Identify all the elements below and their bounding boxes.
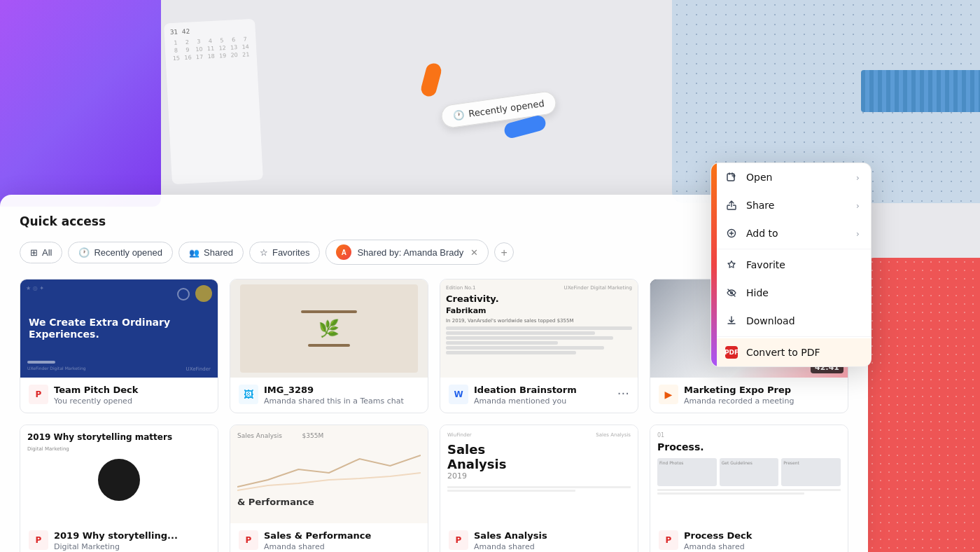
bg-blue-stripes-decoration <box>861 70 980 112</box>
filter-all[interactable]: All <box>20 242 62 263</box>
card-text-process: Process Deck Amanda shared <box>684 530 839 551</box>
card-text-marketing: Marketing Expo Prep Amanda recorded a me… <box>684 385 839 406</box>
amanda-avatar: A <box>336 244 351 260</box>
ctx-convert-pdf[interactable]: PDF Convert to PDF <box>711 338 871 366</box>
card-img-3289[interactable]: 🌿 🖼 IMG_3289 Amanda shared this in a Tea… <box>230 279 428 413</box>
open-icon <box>725 171 738 184</box>
card-sales-analysis[interactable]: WiuFinderSales Analysis Sales Analysis 2… <box>440 425 638 552</box>
process-thumb-title: Process. <box>657 441 841 453</box>
card-storytelling[interactable]: 2019 Why storytelling matters Digital Ma… <box>20 425 218 552</box>
bg-purple-decoration <box>0 0 161 207</box>
add-filter-button[interactable] <box>494 242 514 262</box>
card-info-performance: P Sales & Performance Amanda shared <box>230 523 428 552</box>
card-desc-marketing: Amanda recorded a meeting <box>684 396 839 406</box>
card-desc-sales: Amanda shared <box>474 542 629 551</box>
ideation-more-button[interactable]: ··· <box>617 386 629 401</box>
cards-grid-row2: 2019 Why storytelling matters Digital Ma… <box>20 425 848 552</box>
card-desc-img3289: Amanda shared this in a Teams chat <box>264 396 419 406</box>
card-performance[interactable]: Sales Analysis $355M & Performance P Sal <box>230 425 428 552</box>
ctx-favorite-label: Favorite <box>746 259 785 270</box>
card-text-sales: Sales Analysis Amanda shared <box>474 530 629 551</box>
sales-analysis-thumb-year: 2019 <box>447 471 631 481</box>
card-ideation-brainstorm[interactable]: Edition No.1UXeFinder Digital Marketing … <box>440 279 638 413</box>
pitch-thumb-accent <box>195 285 212 302</box>
card-name-team-pitch: Team Pitch Deck <box>54 385 209 395</box>
ctx-favorite[interactable]: Favorite <box>711 251 871 279</box>
download-icon <box>725 315 738 327</box>
card-thumb-storytelling: 2019 Why storytelling matters Digital Ma… <box>20 425 218 523</box>
card-name-img3289: IMG_3289 <box>264 385 419 395</box>
context-menu-gradient <box>711 163 717 366</box>
filter-favorites[interactable]: Favorites <box>249 242 320 263</box>
card-info-storytelling: P 2019 Why storytelling... Digital Marke… <box>20 523 218 552</box>
pdf-icon: PDF <box>725 346 738 359</box>
card-name-process: Process Deck <box>684 530 839 541</box>
card-text-ideation: Ideation Brainstorm Amanda mentioned you <box>474 385 612 406</box>
ctx-convert-pdf-label: Convert to PDF <box>746 347 820 358</box>
filter-recently-label: Recently opened <box>94 247 162 258</box>
sales-analysis-thumb-title2: Analysis <box>447 457 631 471</box>
card-desc-process: Amanda shared <box>684 542 839 551</box>
share-icon <box>725 199 738 212</box>
ctx-download-label: Download <box>746 315 795 326</box>
sales-analysis-thumb-title: Sales <box>447 442 631 457</box>
ctx-open[interactable]: Open › <box>711 163 871 191</box>
card-name-sales: Sales Analysis <box>474 530 629 541</box>
card-info-marketing: ▶ Marketing Expo Prep Amanda recorded a … <box>650 378 848 413</box>
card-text-img3289: IMG_3289 Amanda shared this in a Teams c… <box>264 385 419 406</box>
performance-thumb-label: & Performance <box>237 497 421 507</box>
card-thumb-process: 01 Process. Find Photos Get Guidelines P… <box>650 425 848 523</box>
filter-amanda[interactable]: A Shared by: Amanda Brady ✕ <box>326 240 489 265</box>
ppt-icon-4: P <box>449 530 468 550</box>
add-to-icon <box>725 227 738 240</box>
add-to-chevron: › <box>856 228 860 239</box>
ctx-open-label: Open <box>746 172 772 183</box>
ctx-share[interactable]: Share › <box>711 191 871 219</box>
filter-shared[interactable]: Shared <box>178 242 244 263</box>
card-thumb-performance: Sales Analysis $355M & Performance <box>230 425 428 523</box>
card-desc-ideation: Amanda mentioned you <box>474 396 612 406</box>
open-chevron: › <box>856 172 860 183</box>
card-info-team-pitch: P Team Pitch Deck You recently opened <box>20 378 218 413</box>
ctx-share-label: Share <box>746 200 774 211</box>
pitch-thumb-text: We Create Extra Ordinary Experiences. <box>29 317 209 340</box>
card-info-ideation: W Ideation Brainstorm Amanda mentioned y… <box>440 378 638 413</box>
ctx-hide[interactable]: Hide <box>711 279 871 307</box>
card-text-storytelling: 2019 Why storytelling... Digital Marketi… <box>54 530 209 551</box>
filter-recently-opened[interactable]: Recently opened <box>68 242 173 263</box>
card-info-sales: P Sales Analysis Amanda shared <box>440 523 638 552</box>
star-icon <box>260 247 268 258</box>
ideation-thumb-sub: Fabrikam <box>446 306 632 315</box>
storytelling-circle-deco <box>98 459 140 501</box>
share-chevron: › <box>856 200 860 211</box>
storytelling-thumb-title: 2019 Why storytelling matters <box>27 432 211 442</box>
ppt-icon-3: P <box>239 530 258 550</box>
ctx-add-to-label: Add to <box>746 228 778 239</box>
card-thumb-img3289: 🌿 <box>230 280 428 378</box>
card-process[interactable]: 01 Process. Find Photos Get Guidelines P… <box>650 425 848 552</box>
hide-icon <box>725 287 738 299</box>
word-icon: W <box>449 385 468 404</box>
filter-shared-label: Shared <box>204 247 233 258</box>
card-name-storytelling: 2019 Why storytelling... <box>54 530 209 541</box>
pill-orange-decoration <box>419 62 443 98</box>
ctx-download[interactable]: Download <box>711 307 871 335</box>
card-thumb-sales: WiuFinderSales Analysis Sales Analysis 2… <box>440 425 638 523</box>
img-icon: 🖼 <box>239 385 258 404</box>
ppt-icon: P <box>29 385 48 404</box>
bg-red-decoration <box>868 258 980 552</box>
card-team-pitch-deck[interactable]: We Create Extra Ordinary Experiences. UX… <box>20 279 218 413</box>
card-info-img3289: 🖼 IMG_3289 Amanda shared this in a Teams… <box>230 378 428 413</box>
ctx-divider-2 <box>711 336 871 337</box>
card-text-performance: Sales & Performance Amanda shared <box>264 530 419 551</box>
filter-amanda-close[interactable]: ✕ <box>470 247 478 258</box>
clock-pill-icon: 🕐 <box>453 109 465 121</box>
ctx-hide-label: Hide <box>746 287 769 298</box>
ppt-icon-5: P <box>659 530 678 550</box>
video-icon: ▶ <box>659 385 678 404</box>
ctx-add-to[interactable]: Add to › <box>711 219 871 247</box>
card-name-ideation: Ideation Brainstorm <box>474 385 612 395</box>
bg-calendar-decoration: 31 42 1234567 891011121314 1516171819202… <box>164 19 263 184</box>
ppt-icon-2: P <box>29 530 48 550</box>
card-text-team-pitch: Team Pitch Deck You recently opened <box>54 385 209 406</box>
